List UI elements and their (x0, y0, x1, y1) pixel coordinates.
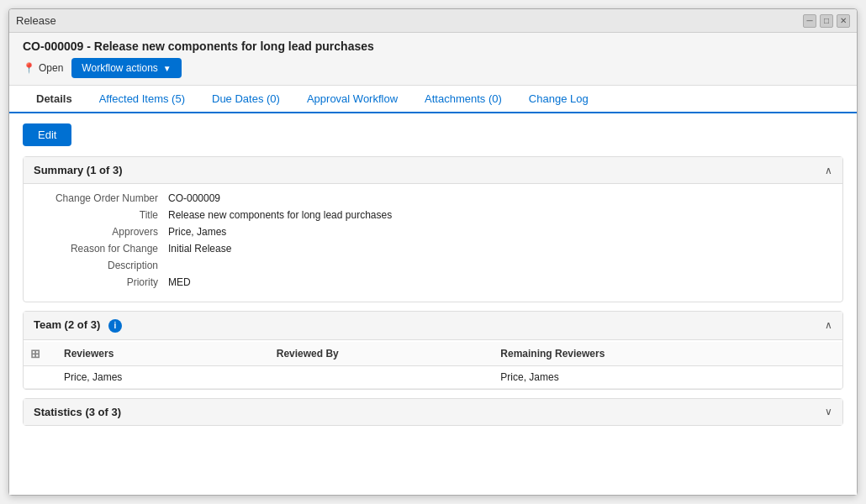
field-value-reason: Initial Release (168, 243, 231, 255)
field-value-change-order: CO-000009 (168, 192, 220, 204)
main-window: Release ─ □ ✕ CO-000009 - Release new co… (8, 8, 858, 496)
tab-attachments[interactable]: Attachments (0) (411, 86, 515, 113)
minimize-button[interactable]: ─ (803, 14, 816, 28)
window-title: Release (16, 14, 56, 27)
close-button[interactable]: ✕ (837, 14, 850, 28)
field-priority: Priority MED (34, 276, 832, 288)
header-bar: CO-000009 - Release new components for l… (9, 33, 857, 86)
team-section: Team (2 of 3) i ∧ ⊞ Reviewers Reviewed B… (23, 311, 843, 390)
tab-details[interactable]: Details (23, 86, 86, 113)
field-value-approvers: Price, James (168, 226, 226, 238)
tab-approval-workflow[interactable]: Approval Workflow (293, 86, 411, 113)
status-label: Open (39, 62, 63, 74)
field-label-priority: Priority (34, 276, 168, 288)
statistics-section-title: Statistics (3 of 3) (34, 406, 121, 418)
chevron-down-icon: ▼ (163, 64, 172, 73)
title-bar: Release ─ □ ✕ (9, 9, 857, 33)
col-remaining-reviewers: Remaining Reviewers (494, 342, 842, 366)
field-label-title: Title (34, 209, 168, 221)
field-change-order-number: Change Order Number CO-000009 (34, 192, 832, 204)
field-description: Description (34, 260, 832, 271)
summary-chevron-icon: ∧ (825, 165, 832, 176)
field-value-title: Release new components for long lead pur… (168, 209, 392, 221)
header-actions: 📍 Open Workflow actions ▼ (23, 58, 843, 78)
restore-button[interactable]: □ (820, 14, 833, 28)
tab-change-log[interactable]: Change Log (515, 86, 602, 113)
row-reviewers-cell: Price, James (57, 365, 270, 388)
team-section-body: ⊞ Reviewers Reviewed By Remaining Review… (24, 342, 842, 389)
team-section-header[interactable]: Team (2 of 3) i ∧ (24, 312, 842, 340)
table-icon: ⊞ (30, 347, 40, 360)
statistics-section-header[interactable]: Statistics (3 of 3) ∨ (24, 399, 842, 425)
col-reviewed-by: Reviewed By (270, 342, 494, 366)
field-approvers: Approvers Price, James (34, 226, 832, 238)
field-label-reason: Reason for Change (34, 243, 168, 255)
statistics-section: Statistics (3 of 3) ∨ (23, 398, 843, 426)
field-label-description: Description (34, 260, 168, 271)
summary-section-title: Summary (1 of 3) (34, 164, 122, 176)
team-section-title: Team (2 of 3) i (34, 318, 122, 333)
field-label-approvers: Approvers (34, 226, 168, 238)
edit-button[interactable]: Edit (23, 123, 71, 146)
col-icon: ⊞ (24, 342, 57, 366)
statistics-chevron-icon: ∨ (825, 406, 832, 417)
summary-section: Summary (1 of 3) ∧ Change Order Number C… (23, 156, 843, 302)
window-controls: ─ □ ✕ (803, 14, 850, 28)
content-area: Edit Summary (1 of 3) ∧ Change Order Num… (9, 113, 857, 495)
summary-section-header[interactable]: Summary (1 of 3) ∧ (24, 157, 842, 184)
field-title: Title Release new components for long le… (34, 209, 832, 221)
tab-affected-items[interactable]: Affected Items (5) (86, 86, 198, 113)
field-label-change-order: Change Order Number (34, 192, 168, 204)
field-value-priority: MED (168, 276, 191, 288)
workflow-btn-label: Workflow actions (82, 62, 157, 74)
row-reviewed-by-cell (270, 365, 494, 388)
team-table-header-row: ⊞ Reviewers Reviewed By Remaining Review… (24, 342, 842, 366)
row-remaining-reviewers-cell: Price, James (494, 365, 842, 388)
tab-due-dates[interactable]: Due Dates (0) (198, 86, 293, 113)
col-reviewers: Reviewers (57, 342, 270, 366)
record-title: CO-000009 - Release new components for l… (23, 39, 843, 53)
team-table-row: Price, James Price, James (24, 365, 842, 388)
team-chevron-icon: ∧ (825, 319, 832, 331)
workflow-actions-button[interactable]: Workflow actions ▼ (71, 58, 181, 78)
info-icon: i (108, 319, 122, 333)
row-icon-cell (24, 365, 57, 388)
field-reason-for-change: Reason for Change Initial Release (34, 243, 832, 255)
team-table: ⊞ Reviewers Reviewed By Remaining Review… (24, 342, 842, 389)
tabs-bar: Details Affected Items (5) Due Dates (0)… (9, 86, 857, 113)
pin-icon: 📍 (23, 62, 35, 74)
summary-section-body: Change Order Number CO-000009 Title Rele… (24, 184, 842, 302)
status-indicator: 📍 Open (23, 62, 63, 74)
